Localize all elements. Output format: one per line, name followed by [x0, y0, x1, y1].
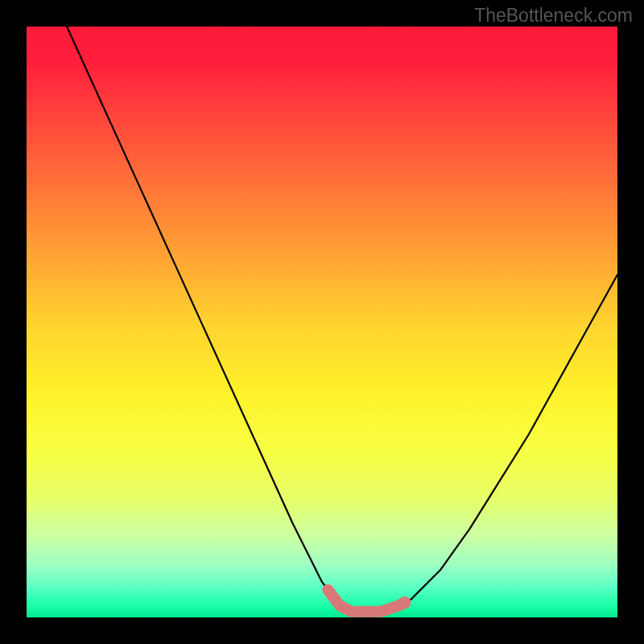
optimal-range-highlight	[328, 590, 404, 612]
plot-area	[27, 27, 617, 617]
curve-layer	[27, 27, 617, 617]
highlight-end-dot	[398, 597, 411, 609]
watermark-text: TheBottleneck.com	[474, 5, 633, 27]
chart-frame: TheBottleneck.com	[0, 0, 644, 644]
bottleneck-curve	[27, 27, 617, 612]
